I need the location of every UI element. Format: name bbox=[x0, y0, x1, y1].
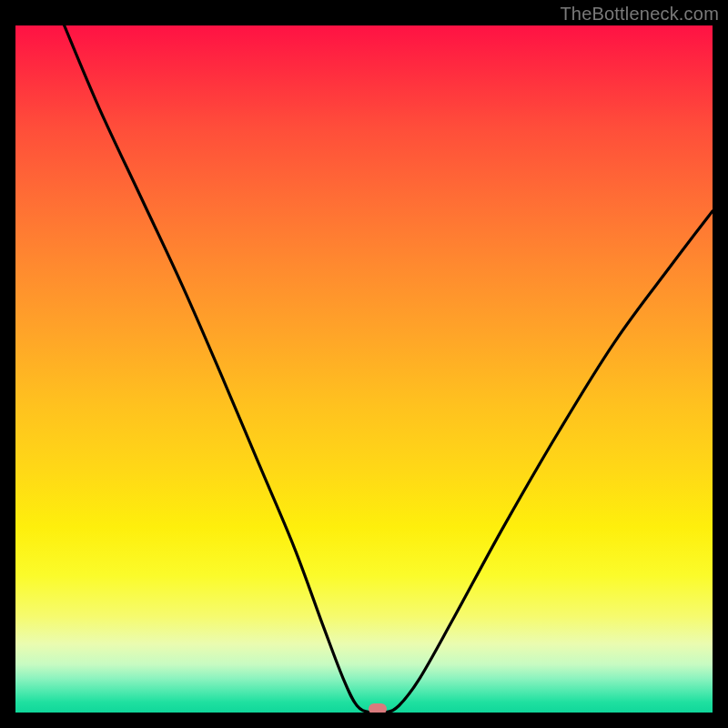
plot-area bbox=[15, 25, 713, 713]
chart-stage: TheBottleneck.com bbox=[0, 0, 728, 728]
bottleneck-curve bbox=[65, 25, 713, 713]
curve-svg bbox=[15, 25, 713, 713]
watermark-text: TheBottleneck.com bbox=[560, 4, 719, 25]
optimum-marker bbox=[369, 703, 387, 713]
